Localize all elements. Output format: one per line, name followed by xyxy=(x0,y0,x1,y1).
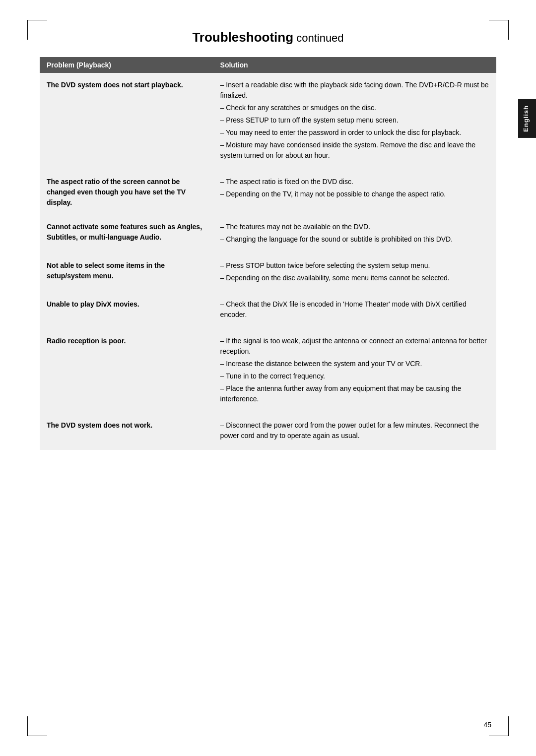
page-number: 45 xyxy=(483,721,491,729)
problem-cell: The DVD system does not work. xyxy=(40,413,213,450)
solution-item: – Increase the distance between the syst… xyxy=(220,359,489,369)
problem-cell: The DVD system does not start playback. xyxy=(40,73,213,170)
solution-item: – Check that the DivX file is encoded in… xyxy=(220,299,489,320)
solution-item: – You may need to enter the password in … xyxy=(220,127,489,138)
table-row: Radio reception is poor.– If the signal … xyxy=(40,329,496,413)
corner-mark-tr-v xyxy=(508,20,509,40)
corner-mark-tr-h xyxy=(489,20,509,20)
solution-cell: – Check that the DivX file is encoded in… xyxy=(213,292,496,329)
problem-cell: Radio reception is poor. xyxy=(40,329,213,413)
corner-mark-tl-v xyxy=(27,20,28,40)
solution-item: – Press STOP button twice before selecti… xyxy=(220,260,489,271)
table-row: The DVD system does not work.– Disconnec… xyxy=(40,413,496,450)
corner-mark-bl-h xyxy=(27,736,47,736)
solution-item: – The features may not be available on t… xyxy=(220,222,489,232)
solution-item: – Insert a readable disc with the playba… xyxy=(220,80,489,101)
page: English Troubleshooting continued Proble… xyxy=(0,0,536,756)
solution-cell: – The aspect ratio is fixed on the DVD d… xyxy=(213,170,496,215)
solution-item: – Depending on the disc availability, so… xyxy=(220,273,489,283)
table-row: Unable to play DivX movies.– Check that … xyxy=(40,292,496,329)
solution-cell: – Insert a readable disc with the playba… xyxy=(213,73,496,170)
solution-item: – If the signal is too weak, adjust the … xyxy=(220,336,489,357)
solution-cell: – If the signal is too weak, adjust the … xyxy=(213,329,496,413)
solution-item: – Press SETUP to turn off the system set… xyxy=(220,115,489,126)
column-header-problem: Problem (Playback) xyxy=(40,57,213,73)
solution-item: – Disconnect the power cord from the pow… xyxy=(220,420,489,441)
language-tab: English xyxy=(518,99,536,138)
table-row: Not able to select some items in the set… xyxy=(40,253,496,292)
corner-mark-tl-h xyxy=(27,20,47,20)
problem-cell: Unable to play DivX movies. xyxy=(40,292,213,329)
solution-item: – Place the antenna further away from an… xyxy=(220,383,489,404)
table-row: The DVD system does not start playback.–… xyxy=(40,73,496,170)
solution-cell: – The features may not be available on t… xyxy=(213,215,496,253)
problem-cell: Cannot activate some features such as An… xyxy=(40,215,213,253)
table-row: Cannot activate some features such as An… xyxy=(40,215,496,253)
table-header-row: Problem (Playback) Solution xyxy=(40,57,496,73)
solution-cell: – Press STOP button twice before selecti… xyxy=(213,253,496,292)
table-row: The aspect ratio of the screen cannot be… xyxy=(40,170,496,215)
solution-item: – Depending on the TV, it may not be pos… xyxy=(220,189,489,199)
troubleshooting-table: Problem (Playback) Solution The DVD syst… xyxy=(40,57,496,450)
solution-cell: – Disconnect the power cord from the pow… xyxy=(213,413,496,450)
solution-item: – Check for any scratches or smudges on … xyxy=(220,103,489,113)
corner-mark-bl-v xyxy=(27,716,28,736)
problem-cell: The aspect ratio of the screen cannot be… xyxy=(40,170,213,215)
column-header-solution: Solution xyxy=(213,57,496,73)
corner-mark-br-v xyxy=(508,716,509,736)
solution-item: – Tune in to the correct frequency. xyxy=(220,371,489,381)
solution-item: – Moisture may have condensed inside the… xyxy=(220,140,489,161)
page-title: Troubleshooting continued xyxy=(40,30,496,45)
corner-mark-br-h xyxy=(489,736,509,736)
solution-item: – The aspect ratio is fixed on the DVD d… xyxy=(220,177,489,187)
solution-item: – Changing the language for the sound or… xyxy=(220,234,489,245)
problem-cell: Not able to select some items in the set… xyxy=(40,253,213,292)
